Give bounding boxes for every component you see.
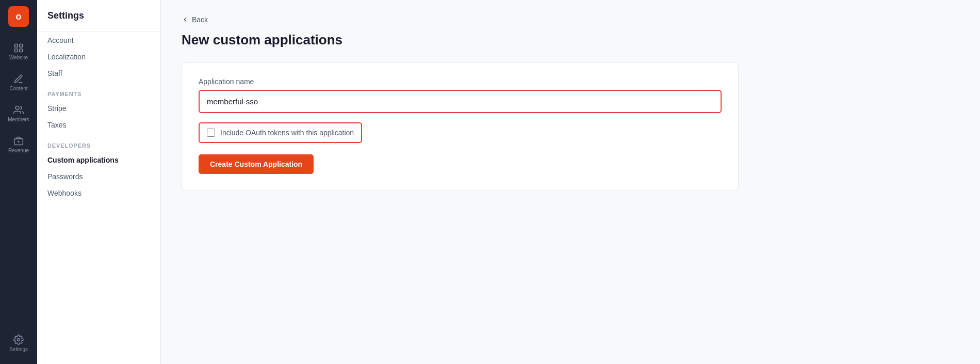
svg-rect-2 <box>15 49 18 52</box>
sidebar-item-content-label: Content <box>9 86 27 91</box>
svg-rect-3 <box>20 49 23 52</box>
sidebar-link-account[interactable]: Account <box>37 32 160 49</box>
form-card: Application name Include OAuth tokens wi… <box>182 62 739 191</box>
sidebar-item-website[interactable]: Website <box>4 37 33 66</box>
sidebar-link-taxes[interactable]: Taxes <box>37 117 160 133</box>
payments-section-label: Payments <box>37 82 160 100</box>
sidebar-item-website-label: Website <box>9 55 28 60</box>
back-label: Back <box>192 15 208 24</box>
sidebar-link-passwords[interactable]: Passwords <box>37 168 160 185</box>
svg-point-4 <box>15 106 19 110</box>
sidebar-item-members-label: Members <box>8 117 29 122</box>
back-link[interactable]: Back <box>182 15 959 24</box>
app-logo[interactable]: o <box>8 6 29 27</box>
sidebar-item-revenue[interactable]: Revenue <box>4 130 33 159</box>
chevron-left-icon <box>182 16 189 23</box>
sidebar-link-staff[interactable]: Staff <box>37 65 160 82</box>
sidebar-item-settings-icon[interactable]: Settings <box>4 329 33 358</box>
developers-section-label: Developers <box>37 133 160 152</box>
sidebar-item-content[interactable]: Content <box>4 68 33 97</box>
svg-point-8 <box>18 339 20 341</box>
page-title: New custom applications <box>182 32 959 48</box>
app-name-label: Application name <box>199 77 722 86</box>
sidebar-item-revenue-label: Revenue <box>8 148 29 153</box>
sidebar-link-localization[interactable]: Localization <box>37 49 160 65</box>
svg-rect-0 <box>15 44 18 48</box>
sidebar-item-settings-label: Settings <box>9 346 28 352</box>
sidebar-link-custom-applications[interactable]: Custom applications <box>37 152 160 168</box>
icon-nav: o Website Content Members Revenue <box>0 0 37 364</box>
oauth-checkbox-label[interactable]: Include OAuth tokens with this applicati… <box>220 129 354 137</box>
app-name-input[interactable] <box>199 90 722 113</box>
sidebar-title: Settings <box>37 10 160 32</box>
sidebar-link-stripe[interactable]: Stripe <box>37 100 160 117</box>
svg-rect-1 <box>20 44 23 48</box>
sidebar: Settings Account Localization Staff Paym… <box>37 0 161 364</box>
create-custom-application-button[interactable]: Create Custom Application <box>199 154 314 174</box>
sidebar-item-members[interactable]: Members <box>4 99 33 128</box>
oauth-checkbox[interactable] <box>207 129 215 137</box>
main-content: Back New custom applications Application… <box>161 0 980 364</box>
sidebar-link-webhooks[interactable]: Webhooks <box>37 185 160 201</box>
oauth-checkbox-row: Include OAuth tokens with this applicati… <box>199 122 362 143</box>
